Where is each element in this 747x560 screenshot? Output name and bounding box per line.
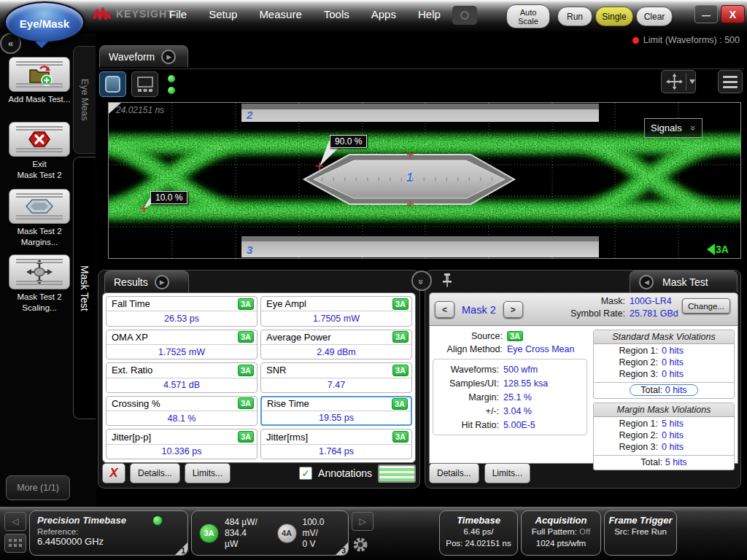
results-details-button[interactable]: Details... <box>130 463 180 483</box>
panel-collapse-button[interactable]: » <box>411 271 432 291</box>
minimize-button[interactable]: — <box>694 5 718 23</box>
panel-grid-button[interactable] <box>4 534 26 553</box>
mask-scaling-button[interactable] <box>9 254 70 289</box>
settings-gear-button[interactable] <box>349 533 372 556</box>
measurement-cell-snr[interactable]: SNR3A 7.47 <box>260 362 412 393</box>
screenshot-camera-button[interactable] <box>452 6 477 25</box>
single-view-button[interactable] <box>99 71 126 97</box>
panel-number: 1 <box>181 546 185 555</box>
mask-label: Mask: <box>552 296 625 306</box>
precision-timebase-panel[interactable]: Precision Timebase Reference: 6.4450000 … <box>29 510 188 556</box>
add-mask-test-label: Add Mask Test... <box>3 94 76 105</box>
measurement-cell-oma-xp[interactable]: OMA XP3A 1.7525 mW <box>106 330 258 360</box>
mask-margins-button[interactable] <box>9 189 70 224</box>
waveform-play-icon[interactable]: ▶ <box>161 50 176 64</box>
pan-dropdown-icon[interactable] <box>689 79 695 84</box>
channel-status-dots <box>168 75 175 94</box>
channel-3a-icon[interactable]: 3A <box>199 524 219 543</box>
exit-red-x-icon <box>27 129 52 149</box>
measurement-cell-crossing[interactable]: Crossing %3A 48.1 % <box>106 396 258 427</box>
mask-test-header: < Mask 2 > Mask: 100G-LR4 Symbol Rate: 2… <box>429 292 738 326</box>
mask-test-stats: Waveforms:500 wfm Samples/UI:128.55 ksa … <box>433 359 587 435</box>
panel-number: 3 <box>341 546 346 555</box>
results-play-icon[interactable]: ▶ <box>155 275 169 289</box>
channels-panel[interactable]: 3A 484 µW/834.4 µW 4A 100.0 mV/0 V 3 <box>191 510 349 556</box>
channel-3a-marker[interactable]: 3A <box>707 244 729 255</box>
add-mask-test-button[interactable] <box>9 57 70 92</box>
mask-details-button[interactable]: Details... <box>429 463 479 483</box>
signals-dropdown[interactable]: Signals » <box>644 118 703 138</box>
single-button[interactable]: Single <box>595 7 633 26</box>
exit-label-line1: Exit <box>3 159 76 170</box>
timebase-panel[interactable]: Timebase 6.46 ps/ Pos: 24.02151 ns <box>439 510 518 556</box>
acquisition-panel[interactable]: Acquisition Full Pattern: Off 1024 pts/w… <box>521 510 601 556</box>
menu-setup[interactable]: Setup <box>209 8 237 20</box>
green-dot-icon <box>168 87 175 94</box>
status-bar: ◁ Precision Timebase Reference: 6.445000… <box>0 507 747 560</box>
sidebar-item-add-mask-test[interactable]: Add Mask Test... <box>3 57 76 105</box>
standard-mask-violations: Standard Mask Violations Region 1:0 hits… <box>593 330 735 399</box>
reference-value: 6.4450000 GHz <box>37 536 180 547</box>
mask-navigator: < Mask 2 > <box>435 301 523 318</box>
annotations-checkbox[interactable]: ✓ <box>299 467 312 480</box>
tab-mask-test[interactable]: Mask Test <box>73 157 96 419</box>
threshold-10-label: 10.0 % <box>150 191 187 204</box>
symbol-rate-value: 25.781 GBd <box>630 308 678 319</box>
grid-view-icon <box>136 76 154 93</box>
mask-test-back-icon[interactable]: ◀ <box>639 275 654 289</box>
measurement-cell-ext-ratio[interactable]: Ext. Ratio3A 4.571 dB <box>106 362 258 393</box>
source-badge: 3A <box>238 397 254 409</box>
tab-waveform[interactable]: Waveform ▶ <box>99 45 188 67</box>
clear-button[interactable]: Clear <box>636 7 673 26</box>
measurement-cell-rise-time[interactable]: Rise Time3A 19.55 ps <box>260 396 412 427</box>
mask-value: 100G-LR4 <box>630 296 678 306</box>
frame-trigger-source: Src: Free Run <box>605 526 676 537</box>
tab-results[interactable]: Results ▶ <box>104 271 189 292</box>
sidebar-item-mask-margins[interactable]: Mask Test 2 Margins... <box>3 189 76 248</box>
frame-trigger-panel[interactable]: Frame Trigger Src: Free Run <box>604 510 677 556</box>
scaling-arrows-icon <box>26 259 53 285</box>
exit-mask-test-button[interactable] <box>9 122 70 157</box>
auto-scale-button[interactable]: Auto Scale <box>506 4 550 28</box>
pan-tool-button[interactable] <box>661 70 696 93</box>
grid-view-button[interactable] <box>131 71 158 97</box>
reference-label: Reference: <box>37 527 180 536</box>
display-menu-button[interactable] <box>718 70 743 93</box>
region2-label: 2 <box>247 109 252 121</box>
channel-4a-icon[interactable]: 4A <box>277 524 297 543</box>
timebase-title: Timebase <box>440 515 517 526</box>
menu-tools[interactable]: Tools <box>324 8 349 20</box>
margin-violations-title: Margin Mask Violations <box>594 403 734 417</box>
results-limits-button[interactable]: Limits... <box>185 463 231 483</box>
align-method-value: Eye Cross Mean <box>507 344 587 354</box>
next-mask-button[interactable]: > <box>503 301 523 318</box>
menu-file[interactable]: File <box>169 8 187 20</box>
scroll-right-button[interactable]: ▷ <box>352 512 374 531</box>
annotation-style-button[interactable] <box>378 464 416 483</box>
more-pages-button[interactable]: More (1/1) <box>6 475 70 500</box>
green-dot-icon <box>168 75 175 82</box>
sidebar-item-exit-mask-test[interactable]: Exit Mask Test 2 <box>3 122 76 181</box>
pin-icon[interactable] <box>441 273 453 287</box>
menu-apps[interactable]: Apps <box>371 8 396 20</box>
mask-limits-button[interactable]: Limits... <box>484 463 530 483</box>
scroll-left-button[interactable]: ◁ <box>4 512 26 531</box>
measurement-cell-fall-time[interactable]: Fall Time3A 26.53 ps <box>106 296 258 327</box>
menu-help[interactable]: Help <box>418 8 441 20</box>
measurement-cell-jitter-rms[interactable]: Jitter[rms]3A 1.764 ps <box>260 429 412 459</box>
close-button[interactable]: X <box>721 5 745 23</box>
change-mask-button[interactable]: Change... <box>682 298 730 314</box>
tab-eye-meas[interactable]: Eye Meas <box>73 46 96 154</box>
sidebar-item-mask-scaling[interactable]: Mask Test 2 Scaling... <box>3 254 76 314</box>
run-button[interactable]: Run <box>557 7 592 26</box>
delete-measurement-button[interactable]: X <box>102 463 125 483</box>
measurement-cell-eye-ampl[interactable]: Eye Ampl3A 1.7505 mW <box>260 296 412 327</box>
prev-mask-button[interactable]: < <box>435 301 454 318</box>
limit-red-dot-icon <box>632 37 639 44</box>
margin-mask-violations: Margin Mask Violations Region 1:5 hits R… <box>593 402 735 470</box>
menu-measure[interactable]: Measure <box>259 8 301 20</box>
tab-mask-test-panel[interactable]: ◀ Mask Test <box>630 271 738 292</box>
eye-diagram-display[interactable]: 24.02151 ns 2 3 1 90.0 % 10.0 % Signals … <box>108 102 741 259</box>
measurement-cell-jitter-pp[interactable]: Jitter[p-p]3A 10.336 ps <box>106 429 258 459</box>
measurement-cell-average-power[interactable]: Average Power3A 2.49 dBm <box>260 330 412 360</box>
